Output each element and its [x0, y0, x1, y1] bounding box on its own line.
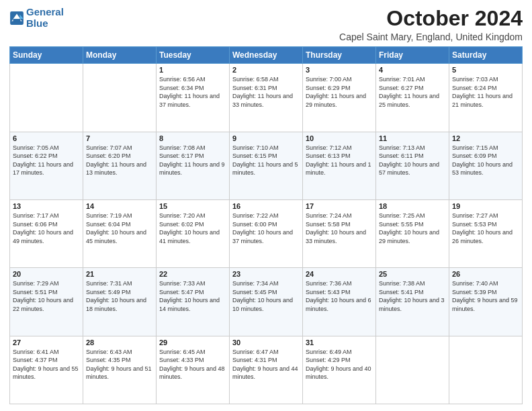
calendar-cell	[83, 64, 157, 132]
day-info: Sunrise: 6:41 AM Sunset: 4:37 PM Dayligh…	[13, 348, 80, 381]
calendar-cell: 8Sunrise: 7:08 AM Sunset: 6:17 PM Daylig…	[157, 132, 230, 199]
day-info: Sunrise: 7:27 AM Sunset: 5:53 PM Dayligh…	[452, 212, 519, 245]
day-number: 22	[159, 270, 226, 278]
day-number: 27	[13, 338, 80, 347]
day-info: Sunrise: 7:12 AM Sunset: 6:13 PM Dayligh…	[306, 144, 373, 177]
calendar-cell: 6Sunrise: 7:05 AM Sunset: 6:22 PM Daylig…	[10, 132, 83, 199]
day-number: 23	[232, 270, 300, 278]
calendar-cell: 3Sunrise: 7:00 AM Sunset: 6:29 PM Daylig…	[303, 64, 376, 132]
day-number: 14	[86, 202, 153, 210]
logo-icon	[9, 11, 24, 26]
logo-line1: General	[26, 7, 64, 18]
day-number: 21	[86, 270, 153, 278]
day-info: Sunrise: 7:19 AM Sunset: 6:04 PM Dayligh…	[86, 212, 153, 245]
day-info: Sunrise: 7:34 AM Sunset: 5:45 PM Dayligh…	[232, 279, 300, 313]
calendar-cell	[10, 64, 83, 132]
day-info: Sunrise: 6:58 AM Sunset: 6:31 PM Dayligh…	[232, 75, 300, 109]
day-number: 1	[159, 66, 226, 74]
calendar-cell: 29Sunrise: 6:45 AM Sunset: 4:33 PM Dayli…	[157, 336, 230, 404]
calendar-cell: 10Sunrise: 7:12 AM Sunset: 6:13 PM Dayli…	[303, 132, 376, 199]
day-number: 18	[379, 202, 446, 210]
calendar-cell: 20Sunrise: 7:29 AM Sunset: 5:51 PM Dayli…	[10, 268, 83, 336]
calendar-cell: 30Sunrise: 6:47 AM Sunset: 4:31 PM Dayli…	[230, 336, 303, 404]
calendar-week-2: 6Sunrise: 7:05 AM Sunset: 6:22 PM Daylig…	[10, 132, 523, 199]
day-number: 5	[452, 66, 519, 74]
calendar-cell: 15Sunrise: 7:20 AM Sunset: 6:02 PM Dayli…	[157, 199, 230, 267]
day-number: 8	[159, 134, 226, 142]
day-info: Sunrise: 7:07 AM Sunset: 6:20 PM Dayligh…	[86, 144, 153, 177]
day-info: Sunrise: 7:08 AM Sunset: 6:17 PM Dayligh…	[159, 144, 226, 177]
day-info: Sunrise: 7:22 AM Sunset: 6:00 PM Dayligh…	[232, 212, 300, 245]
calendar-cell: 31Sunrise: 6:49 AM Sunset: 4:29 PM Dayli…	[303, 336, 376, 404]
col-header-friday: Friday	[376, 47, 449, 64]
day-number: 16	[232, 202, 300, 210]
calendar-cell: 16Sunrise: 7:22 AM Sunset: 6:00 PM Dayli…	[230, 199, 303, 267]
calendar-cell: 9Sunrise: 7:10 AM Sunset: 6:15 PM Daylig…	[230, 132, 303, 199]
calendar-cell: 25Sunrise: 7:38 AM Sunset: 5:41 PM Dayli…	[376, 268, 449, 336]
page: General Blue October 2024 Capel Saint Ma…	[0, 0, 532, 411]
day-info: Sunrise: 6:49 AM Sunset: 4:29 PM Dayligh…	[306, 348, 373, 381]
day-info: Sunrise: 7:01 AM Sunset: 6:27 PM Dayligh…	[379, 75, 446, 109]
day-number: 29	[159, 338, 226, 347]
calendar-week-5: 27Sunrise: 6:41 AM Sunset: 4:37 PM Dayli…	[10, 336, 523, 404]
day-info: Sunrise: 7:13 AM Sunset: 6:11 PM Dayligh…	[379, 144, 446, 177]
calendar-cell: 26Sunrise: 7:40 AM Sunset: 5:39 PM Dayli…	[449, 268, 523, 336]
day-number: 7	[86, 134, 153, 142]
day-info: Sunrise: 7:25 AM Sunset: 5:55 PM Dayligh…	[379, 212, 446, 245]
day-number: 20	[13, 270, 80, 278]
day-info: Sunrise: 7:29 AM Sunset: 5:51 PM Dayligh…	[13, 279, 80, 313]
col-header-monday: Monday	[83, 47, 157, 64]
calendar-cell: 21Sunrise: 7:31 AM Sunset: 5:49 PM Dayli…	[83, 268, 157, 336]
calendar-cell: 4Sunrise: 7:01 AM Sunset: 6:27 PM Daylig…	[376, 64, 449, 132]
day-number: 11	[379, 134, 446, 142]
logo: General Blue	[9, 7, 64, 29]
day-info: Sunrise: 6:56 AM Sunset: 6:34 PM Dayligh…	[159, 75, 226, 109]
day-info: Sunrise: 7:17 AM Sunset: 6:06 PM Dayligh…	[13, 212, 80, 245]
day-info: Sunrise: 6:43 AM Sunset: 4:35 PM Dayligh…	[86, 348, 153, 381]
day-info: Sunrise: 6:47 AM Sunset: 4:31 PM Dayligh…	[232, 348, 300, 381]
day-number: 2	[232, 66, 300, 74]
day-number: 30	[232, 338, 300, 347]
svg-rect-2	[13, 19, 21, 21]
day-info: Sunrise: 7:33 AM Sunset: 5:47 PM Dayligh…	[159, 279, 226, 313]
calendar-cell: 27Sunrise: 6:41 AM Sunset: 4:37 PM Dayli…	[10, 336, 83, 404]
day-info: Sunrise: 7:05 AM Sunset: 6:22 PM Dayligh…	[13, 144, 80, 177]
calendar-table: SundayMondayTuesdayWednesdayThursdayFrid…	[9, 46, 523, 404]
day-number: 3	[306, 66, 373, 74]
calendar-cell: 19Sunrise: 7:27 AM Sunset: 5:53 PM Dayli…	[449, 199, 523, 267]
day-number: 9	[232, 134, 300, 142]
calendar-header-row: SundayMondayTuesdayWednesdayThursdayFrid…	[10, 47, 523, 64]
calendar-cell: 24Sunrise: 7:36 AM Sunset: 5:43 PM Dayli…	[303, 268, 376, 336]
calendar-cell: 17Sunrise: 7:24 AM Sunset: 5:58 PM Dayli…	[303, 199, 376, 267]
day-info: Sunrise: 7:00 AM Sunset: 6:29 PM Dayligh…	[306, 75, 373, 109]
day-info: Sunrise: 7:31 AM Sunset: 5:49 PM Dayligh…	[86, 279, 153, 313]
logo-text: General Blue	[26, 7, 64, 29]
col-header-tuesday: Tuesday	[157, 47, 230, 64]
calendar-week-3: 13Sunrise: 7:17 AM Sunset: 6:06 PM Dayli…	[10, 199, 523, 267]
day-number: 24	[306, 270, 373, 278]
day-info: Sunrise: 6:45 AM Sunset: 4:33 PM Dayligh…	[159, 348, 226, 381]
calendar-cell: 22Sunrise: 7:33 AM Sunset: 5:47 PM Dayli…	[157, 268, 230, 336]
day-number: 26	[452, 270, 519, 278]
col-header-thursday: Thursday	[303, 47, 376, 64]
calendar-cell	[449, 336, 523, 404]
calendar-cell: 7Sunrise: 7:07 AM Sunset: 6:20 PM Daylig…	[83, 132, 157, 199]
day-number: 17	[306, 202, 373, 210]
day-info: Sunrise: 7:10 AM Sunset: 6:15 PM Dayligh…	[232, 144, 300, 177]
location-subtitle: Capel Saint Mary, England, United Kingdo…	[339, 32, 523, 42]
day-info: Sunrise: 7:38 AM Sunset: 5:41 PM Dayligh…	[379, 279, 446, 313]
day-number: 4	[379, 66, 446, 74]
month-title: October 2024	[339, 7, 523, 30]
col-header-sunday: Sunday	[10, 47, 83, 64]
day-number: 10	[306, 134, 373, 142]
day-number: 12	[452, 134, 519, 142]
calendar-cell: 5Sunrise: 7:03 AM Sunset: 6:24 PM Daylig…	[449, 64, 523, 132]
calendar-cell: 23Sunrise: 7:34 AM Sunset: 5:45 PM Dayli…	[230, 268, 303, 336]
day-info: Sunrise: 7:15 AM Sunset: 6:09 PM Dayligh…	[452, 144, 519, 177]
day-number: 28	[86, 338, 153, 347]
day-info: Sunrise: 7:40 AM Sunset: 5:39 PM Dayligh…	[452, 279, 519, 313]
day-number: 15	[159, 202, 226, 210]
logo-line2: Blue	[26, 18, 64, 30]
col-header-wednesday: Wednesday	[230, 47, 303, 64]
day-number: 13	[13, 202, 80, 210]
